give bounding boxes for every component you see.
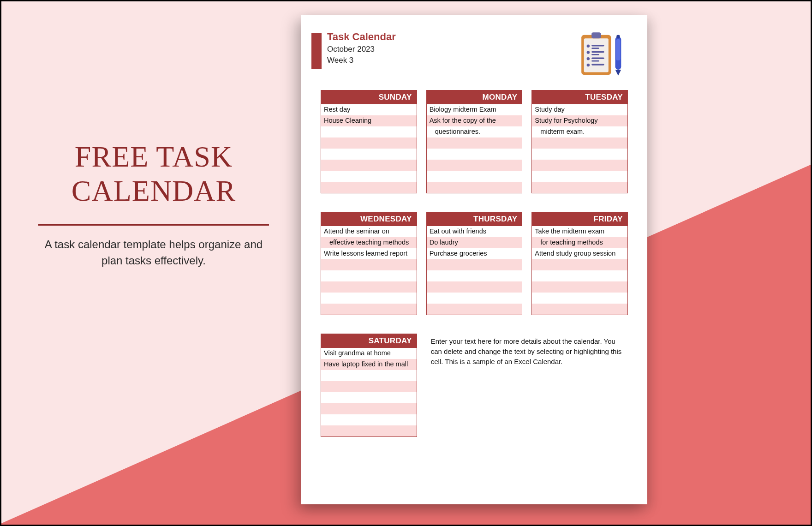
- task-row[interactable]: [532, 304, 627, 315]
- task-row[interactable]: for teaching methods: [532, 237, 627, 248]
- day-rows: Eat out with friendsDo laudryPurchase gr…: [427, 226, 522, 315]
- task-row[interactable]: Rest day: [321, 104, 417, 115]
- day-header: SUNDAY: [321, 90, 417, 104]
- task-row[interactable]: House Cleaning: [321, 115, 417, 126]
- task-row[interactable]: Attend study group session: [532, 248, 627, 259]
- day-header: TUESDAY: [532, 90, 627, 104]
- day-card-sunday: SUNDAYRest dayHouse Cleaning: [321, 90, 417, 193]
- task-row[interactable]: [321, 126, 417, 137]
- svg-rect-11: [591, 57, 604, 59]
- svg-point-6: [587, 64, 590, 66]
- task-row[interactable]: questionnaires.: [427, 126, 522, 137]
- task-row[interactable]: [321, 381, 417, 392]
- day-header: WEDNESDAY: [321, 212, 417, 226]
- task-row[interactable]: [321, 293, 417, 304]
- task-row[interactable]: Purchase groceries: [427, 248, 522, 259]
- task-row[interactable]: [532, 171, 627, 182]
- instructions-text[interactable]: Enter your text here for more details ab…: [426, 334, 628, 437]
- day-rows: Biology midterm ExamAsk for the copy of …: [427, 104, 522, 193]
- promo-text-block: FREE TASK CALENDAR A task calendar templ…: [38, 140, 269, 269]
- task-row[interactable]: Visit grandma at home: [321, 348, 417, 359]
- day-header: SATURDAY: [321, 334, 417, 348]
- task-row[interactable]: [532, 259, 627, 270]
- day-rows: Rest dayHouse Cleaning: [321, 104, 417, 193]
- svg-rect-15: [616, 39, 620, 60]
- task-row[interactable]: [321, 160, 417, 171]
- task-row[interactable]: Ask for the copy of the: [427, 115, 522, 126]
- task-row[interactable]: Have laptop fixed in the mall: [321, 359, 417, 370]
- promo-title-line1: FREE TASK: [75, 140, 233, 173]
- task-row[interactable]: [321, 171, 417, 182]
- task-row[interactable]: [321, 304, 417, 315]
- svg-point-3: [587, 44, 590, 47]
- day-header: MONDAY: [427, 90, 522, 104]
- calendar-page: Task Calendar October 2023 Week 3: [301, 15, 647, 504]
- task-row[interactable]: [321, 392, 417, 403]
- task-row[interactable]: [532, 160, 627, 171]
- day-header: THURSDAY: [427, 212, 522, 226]
- template-preview-frame: FREE TASK CALENDAR A task calendar templ…: [0, 0, 812, 526]
- task-row[interactable]: Eat out with friends: [427, 226, 522, 237]
- task-row[interactable]: [321, 270, 417, 281]
- task-row[interactable]: [321, 259, 417, 270]
- task-row[interactable]: [321, 149, 417, 160]
- svg-rect-17: [616, 35, 620, 38]
- svg-rect-10: [591, 54, 599, 55]
- day-card-wednesday: WEDNESDAYAttend the seminar oneffective …: [321, 212, 417, 315]
- task-row[interactable]: [532, 270, 627, 281]
- day-rows: Attend the seminar oneffective teaching …: [321, 226, 417, 315]
- task-row[interactable]: Study for Psychology: [532, 115, 627, 126]
- day-card-friday: FRIDAYTake the midterm examfor teaching …: [531, 212, 628, 315]
- svg-rect-2: [591, 32, 601, 38]
- svg-point-4: [587, 51, 590, 54]
- task-row[interactable]: [427, 149, 522, 160]
- task-row[interactable]: [532, 137, 627, 149]
- task-row[interactable]: [532, 293, 627, 304]
- task-row[interactable]: [321, 403, 417, 414]
- day-card-thursday: THURSDAYEat out with friendsDo laudryPur…: [426, 212, 523, 315]
- svg-point-5: [587, 57, 590, 60]
- task-row[interactable]: [321, 182, 417, 193]
- svg-rect-12: [591, 60, 599, 62]
- task-row[interactable]: [321, 370, 417, 381]
- task-row[interactable]: [427, 137, 522, 149]
- task-row[interactable]: [427, 259, 522, 270]
- task-row[interactable]: [427, 293, 522, 304]
- task-row[interactable]: [321, 137, 417, 149]
- day-rows: Study dayStudy for Psychologymidterm exa…: [532, 104, 627, 193]
- task-row[interactable]: [532, 182, 627, 193]
- divider: [38, 224, 269, 226]
- svg-rect-13: [591, 64, 604, 66]
- header-accent-bar: [311, 33, 322, 69]
- task-row[interactable]: midterm exam.: [532, 126, 627, 137]
- task-row[interactable]: Do laudry: [427, 237, 522, 248]
- task-row[interactable]: effective teaching methods: [321, 237, 417, 248]
- task-row[interactable]: [321, 425, 417, 436]
- svg-marker-16: [615, 70, 621, 76]
- promo-title: FREE TASK CALENDAR: [38, 140, 269, 208]
- task-row[interactable]: [427, 171, 522, 182]
- task-row[interactable]: Biology midterm Exam: [427, 104, 522, 115]
- promo-title-line2: CALENDAR: [72, 174, 236, 207]
- svg-rect-8: [591, 48, 599, 49]
- task-row[interactable]: Study day: [532, 104, 627, 115]
- task-row[interactable]: [532, 281, 627, 293]
- task-row[interactable]: [427, 270, 522, 281]
- task-row[interactable]: [321, 414, 417, 425]
- task-row[interactable]: [321, 281, 417, 293]
- task-row[interactable]: [532, 149, 627, 160]
- task-row[interactable]: Take the midterm exam: [532, 226, 627, 237]
- task-row[interactable]: [427, 182, 522, 193]
- task-row[interactable]: [427, 304, 522, 315]
- day-card-saturday: SATURDAYVisit grandma at homeHave laptop…: [321, 334, 417, 437]
- day-rows: Take the midterm examfor teaching method…: [532, 226, 627, 315]
- svg-rect-9: [591, 51, 604, 53]
- day-rows: Visit grandma at homeHave laptop fixed i…: [321, 348, 417, 436]
- clipboard-with-pen-icon: [577, 29, 628, 80]
- day-header: FRIDAY: [532, 212, 627, 226]
- task-row[interactable]: [427, 281, 522, 293]
- task-row[interactable]: Write lessons learned report: [321, 248, 417, 259]
- task-row[interactable]: [427, 160, 522, 171]
- promo-description: A task calendar template helps organize …: [38, 237, 269, 269]
- task-row[interactable]: Attend the seminar on: [321, 226, 417, 237]
